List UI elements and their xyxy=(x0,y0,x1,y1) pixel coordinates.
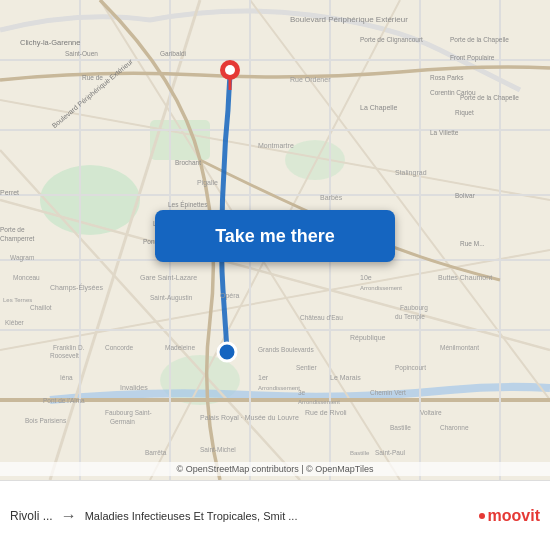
take-me-there-button[interactable]: Take me there xyxy=(155,210,395,262)
route-to-label: Maladies Infectieuses Et Tropicales, Smi… xyxy=(85,510,471,522)
svg-text:Ménilmontant: Ménilmontant xyxy=(440,344,479,351)
svg-text:Pont de l'Alma: Pont de l'Alma xyxy=(43,397,85,404)
svg-point-103 xyxy=(218,343,236,361)
svg-text:Grands Boulevards: Grands Boulevards xyxy=(258,346,314,353)
svg-text:Faubourg Saint-: Faubourg Saint- xyxy=(105,409,152,417)
svg-text:Bastille: Bastille xyxy=(390,424,411,431)
svg-text:Champs-Élysées: Champs-Élysées xyxy=(50,283,103,292)
svg-text:Château d'Eau: Château d'Eau xyxy=(300,314,343,321)
svg-text:1er: 1er xyxy=(258,374,269,381)
svg-text:Clichy-la-Garenne: Clichy-la-Garenne xyxy=(20,38,80,47)
svg-text:Chaillot: Chaillot xyxy=(30,304,52,311)
svg-text:Voltaire: Voltaire xyxy=(420,409,442,416)
svg-text:Rosa Parks: Rosa Parks xyxy=(430,74,464,81)
svg-text:Gare Saint-Lazare: Gare Saint-Lazare xyxy=(140,274,197,281)
svg-text:Popincourt: Popincourt xyxy=(395,364,426,372)
svg-text:Pigalle: Pigalle xyxy=(197,179,218,187)
svg-text:Saint-Ouen: Saint-Ouen xyxy=(65,50,98,57)
svg-text:Madeleine: Madeleine xyxy=(165,344,195,351)
svg-text:Opéra: Opéra xyxy=(220,292,240,300)
svg-text:Boulevard Périphérique Extérie: Boulevard Périphérique Extérieur xyxy=(290,15,408,24)
svg-text:Rue de Rivoli: Rue de Rivoli xyxy=(305,409,347,416)
svg-text:Brochant: Brochant xyxy=(175,159,201,166)
svg-text:Arrondissement: Arrondissement xyxy=(360,285,402,291)
svg-text:Perret: Perret xyxy=(0,189,19,196)
moovit-logo-dot xyxy=(479,513,485,519)
svg-text:Champerret: Champerret xyxy=(0,235,35,243)
svg-text:Faubourg: Faubourg xyxy=(400,304,428,312)
svg-text:Arrondissement: Arrondissement xyxy=(258,385,300,391)
svg-text:Rue Ordener: Rue Ordener xyxy=(290,76,331,83)
map-attribution: © OpenStreetMap contributors | © OpenMap… xyxy=(0,462,550,476)
svg-text:Rue de ...: Rue de ... xyxy=(82,74,110,81)
svg-text:Sentier: Sentier xyxy=(296,364,317,371)
moovit-logo-text: moovit xyxy=(488,507,540,525)
svg-text:Arrondissement: Arrondissement xyxy=(298,399,340,405)
svg-text:Barrêta: Barrêta xyxy=(145,449,167,456)
svg-text:Stalingrad: Stalingrad xyxy=(395,169,427,177)
svg-text:Buttes Chaumont: Buttes Chaumont xyxy=(438,274,492,281)
svg-rect-2 xyxy=(150,120,210,160)
svg-text:Wagram: Wagram xyxy=(10,254,34,262)
svg-text:Charonne: Charonne xyxy=(440,424,469,431)
svg-point-101 xyxy=(225,65,235,75)
svg-text:Barbès: Barbès xyxy=(320,194,343,201)
svg-text:Les Ternes: Les Ternes xyxy=(3,297,32,303)
svg-text:Porte de la Chapelle: Porte de la Chapelle xyxy=(460,94,519,102)
svg-text:10e: 10e xyxy=(360,274,372,281)
svg-text:Saint-Michel: Saint-Michel xyxy=(200,446,236,453)
svg-text:Porte de Clignancourt: Porte de Clignancourt xyxy=(360,36,423,44)
moovit-logo: moovit xyxy=(479,507,540,525)
svg-text:Rue M...: Rue M... xyxy=(460,240,485,247)
svg-text:Porte de: Porte de xyxy=(0,226,25,233)
svg-text:Saint-Paul: Saint-Paul xyxy=(375,449,406,456)
svg-text:La Villette: La Villette xyxy=(430,129,459,136)
svg-text:Riquet: Riquet xyxy=(455,109,474,117)
svg-text:Invalides: Invalides xyxy=(120,384,148,391)
svg-text:Saint-Augustin: Saint-Augustin xyxy=(150,294,193,302)
svg-text:Bolivar: Bolivar xyxy=(455,192,476,199)
svg-text:Front Populaire: Front Populaire xyxy=(450,54,495,62)
svg-text:Chemin Vert: Chemin Vert xyxy=(370,389,406,396)
map-container: Boulevard Périphérique Extérieur Rue Ord… xyxy=(0,0,550,480)
svg-text:Les Épinettes: Les Épinettes xyxy=(168,200,208,209)
arrow-right-icon: → xyxy=(61,507,77,525)
svg-text:Bois Parisiens: Bois Parisiens xyxy=(25,417,67,424)
bottom-bar: Rivoli ... → Maladies Infectieuses Et Tr… xyxy=(0,480,550,550)
svg-text:Roosevelt: Roosevelt xyxy=(50,352,79,359)
svg-point-3 xyxy=(285,140,345,180)
svg-text:du Temple: du Temple xyxy=(395,313,425,321)
svg-text:Kléber: Kléber xyxy=(5,319,25,326)
svg-text:République: République xyxy=(350,334,386,342)
svg-text:La Chapelle: La Chapelle xyxy=(360,104,397,112)
svg-text:Montmartre: Montmartre xyxy=(258,142,294,149)
svg-text:Germain: Germain xyxy=(110,418,135,425)
svg-text:3e: 3e xyxy=(298,389,306,396)
svg-text:Porte de la Chapelle: Porte de la Chapelle xyxy=(450,36,509,44)
svg-text:Palais Royal · Musée du Louvre: Palais Royal · Musée du Louvre xyxy=(200,414,299,422)
svg-text:Concorde: Concorde xyxy=(105,344,134,351)
svg-text:Garibaldi: Garibaldi xyxy=(160,50,186,57)
svg-text:Monceau: Monceau xyxy=(13,274,40,281)
svg-text:Le Marais: Le Marais xyxy=(330,374,361,381)
svg-text:Bastille: Bastille xyxy=(350,450,370,456)
svg-text:Franklin D.: Franklin D. xyxy=(53,344,85,351)
route-from-label: Rivoli ... xyxy=(10,509,53,523)
svg-text:Iéna: Iéna xyxy=(60,374,73,381)
